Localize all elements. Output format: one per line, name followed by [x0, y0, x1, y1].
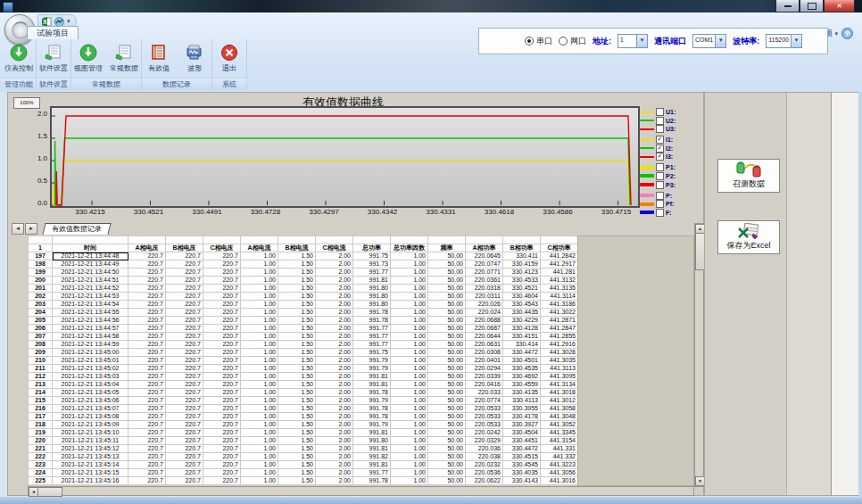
grid-cell[interactable]: 1.00: [241, 445, 278, 453]
grid-cell[interactable]: 2021-12-21 13:44:57: [53, 325, 128, 333]
grid-cell[interactable]: 1.50: [278, 437, 316, 445]
grid-cell[interactable]: 330.4515: [503, 453, 541, 461]
grid-cell[interactable]: 220.7: [166, 357, 203, 365]
grid-cell[interactable]: 2.00: [316, 469, 353, 477]
grid-cell[interactable]: 50.00: [428, 365, 466, 373]
grid-cell[interactable]: 1.00: [391, 325, 428, 333]
grid-header-cell[interactable]: C相电压: [203, 244, 241, 252]
grid-cell[interactable]: 1.00: [391, 445, 428, 453]
grid-cell[interactable]: 50.00: [428, 317, 466, 325]
sheet-tab-rms-record[interactable]: 有效值数据记录: [42, 223, 111, 235]
grid-cell[interactable]: 2021-12-21 13:45:05: [53, 389, 128, 397]
grid-cell[interactable]: 441.3028: [541, 349, 578, 357]
grid-cell[interactable]: 50.00: [428, 333, 466, 341]
grid-cell[interactable]: 50.00: [428, 301, 466, 309]
grid-cell[interactable]: 220.7: [166, 445, 203, 453]
grid-cell[interactable]: 1.00: [241, 397, 278, 405]
grid-cell[interactable]: 220.7: [203, 277, 241, 285]
grid-cell[interactable]: 220.0339: [466, 373, 503, 381]
grid-cell[interactable]: 220.0308: [466, 349, 503, 357]
grid-cell[interactable]: 441.3056: [541, 469, 578, 477]
grid-cell[interactable]: 1.00: [391, 389, 428, 397]
grid-cell[interactable]: 330.414: [503, 341, 541, 349]
row-number-cell[interactable]: 206: [29, 325, 53, 333]
grid-header-cell[interactable]: 时间: [53, 244, 128, 252]
grid-cell[interactable]: 441.3018: [541, 389, 578, 397]
grid-cell[interactable]: 2021-12-21 13:44:52: [53, 285, 128, 293]
grid-cell[interactable]: 220.0329: [466, 437, 503, 445]
row-number-cell[interactable]: 198: [29, 260, 53, 269]
grid-cell[interactable]: 330.4113: [503, 397, 541, 405]
grid-cell[interactable]: 330.4035: [503, 469, 541, 477]
grid-cell[interactable]: 50.00: [428, 421, 466, 429]
grid-cell[interactable]: 50.00: [428, 445, 466, 453]
grid-cell[interactable]: 220.7: [203, 437, 241, 445]
grid-cell[interactable]: 1.00: [391, 317, 428, 325]
ribbon-group-label[interactable]: 系统: [212, 78, 246, 90]
grid-cell[interactable]: 441.2917: [541, 260, 578, 269]
grid-cell[interactable]: 220.0533: [466, 421, 503, 429]
grid-cell[interactable]: 2021-12-21 13:44:59: [53, 341, 128, 349]
grid-cell[interactable]: 220.7: [128, 429, 166, 437]
ribbon-button[interactable]: 波形: [178, 42, 211, 75]
grid-cell[interactable]: 220.7: [166, 349, 203, 357]
grid-cell[interactable]: 1.00: [241, 349, 278, 357]
grid-cell[interactable]: 441.332: [541, 453, 578, 461]
grid-cell[interactable]: 220.7: [128, 269, 166, 277]
grid-cell[interactable]: 2021-12-21 13:45:00: [53, 349, 128, 357]
grid-cell[interactable]: 220.7: [166, 429, 203, 437]
grid-cell[interactable]: 220.7: [166, 341, 203, 349]
grid-cell[interactable]: 220.7: [203, 421, 241, 429]
grid-cell[interactable]: 2021-12-21 13:45:02: [53, 365, 128, 373]
grid-cell[interactable]: 50.00: [428, 373, 466, 381]
grid-cell[interactable]: 991.77: [353, 469, 391, 477]
address-select[interactable]: 1▼: [617, 34, 648, 48]
grid-cell[interactable]: 1.00: [391, 477, 428, 485]
grid-cell[interactable]: 220.0771: [466, 269, 503, 277]
grid-cell[interactable]: 50.00: [428, 285, 466, 293]
grid-cell[interactable]: 991.78: [353, 405, 391, 413]
grid-header-cell[interactable]: B相功率: [503, 244, 541, 252]
grid-cell[interactable]: 1.00: [391, 381, 428, 389]
grid-cell[interactable]: 991.81: [353, 277, 391, 285]
grid-cell[interactable]: 2021-12-21 13:45:08: [53, 413, 128, 421]
grid-cell[interactable]: 2021-12-21 13:44:54: [53, 301, 128, 309]
grid-cell[interactable]: 220.7: [203, 469, 241, 477]
grid-cell[interactable]: 220.7: [203, 269, 241, 277]
grid-cell[interactable]: 2021-12-21 13:45:04: [53, 381, 128, 389]
grid-cell[interactable]: 220.7: [166, 277, 203, 285]
grid-cell[interactable]: 220.026: [466, 301, 503, 309]
grid-cell[interactable]: 330.3955: [503, 405, 541, 413]
grid-cell[interactable]: 2021-12-21 13:45:11: [53, 437, 128, 445]
grid-cell[interactable]: 220.7: [203, 317, 241, 325]
grid-cell[interactable]: 50.00: [428, 405, 466, 413]
grid-cell[interactable]: 1.00: [391, 429, 428, 437]
grid-cell[interactable]: 220.7: [203, 453, 241, 461]
grid-cell[interactable]: 991.78: [353, 477, 391, 485]
grid-cell[interactable]: 220.7: [203, 405, 241, 413]
grid-cell[interactable]: 441.3345: [541, 429, 578, 437]
grid-cell[interactable]: 1.00: [241, 252, 278, 260]
grid-cell[interactable]: 441.2916: [541, 341, 578, 349]
grid-cell[interactable]: 1.50: [278, 477, 316, 485]
row-number-cell[interactable]: 223: [29, 461, 53, 469]
grid-cell[interactable]: 220.0401: [466, 357, 503, 365]
grid-cell[interactable]: 220.7: [128, 405, 166, 413]
grid-cell[interactable]: 50.00: [428, 341, 466, 349]
grid-cell[interactable]: 1.00: [391, 357, 428, 365]
grid-cell[interactable]: 330.411: [503, 252, 541, 260]
row-number-cell[interactable]: 205: [29, 317, 53, 325]
ribbon-button[interactable]: 视图管理: [71, 42, 105, 75]
grid-cell[interactable]: 50.00: [428, 277, 466, 285]
legend-checkbox[interactable]: [656, 163, 664, 171]
grid-cell[interactable]: 50.00: [428, 453, 466, 461]
grid-cell[interactable]: 991.81: [353, 461, 391, 469]
grid-cell[interactable]: 330.4521: [503, 285, 541, 293]
grid-cell[interactable]: 220.7: [128, 341, 166, 349]
grid-cell[interactable]: 1.50: [278, 381, 316, 389]
grid-cell[interactable]: 220.7: [203, 301, 241, 309]
grid-cell[interactable]: 50.00: [428, 429, 466, 437]
vertical-scrollbar[interactable]: ▲ ▼: [694, 223, 704, 487]
grid-cell[interactable]: 991.81: [353, 429, 391, 437]
grid-cell[interactable]: 1.00: [391, 437, 428, 445]
